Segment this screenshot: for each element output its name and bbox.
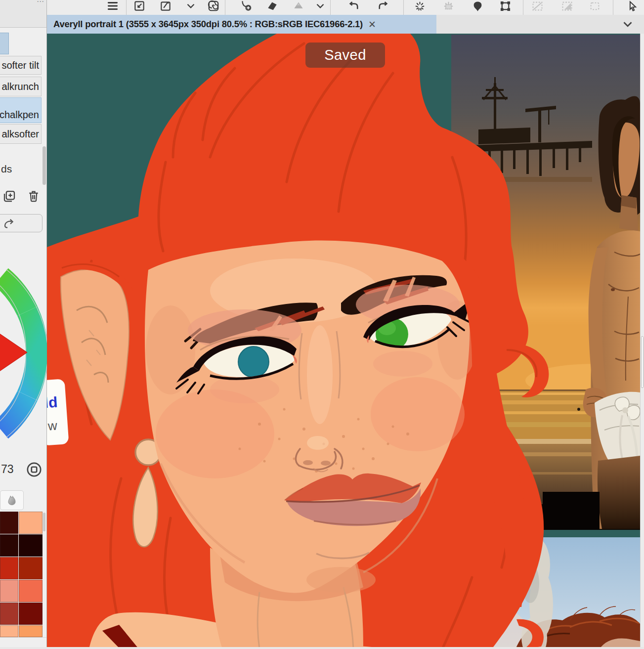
brush-item-softer-tilt[interactable]: softer tilt <box>0 56 42 75</box>
duplicate-brush-icon[interactable] <box>2 189 17 204</box>
palette-swatch[interactable] <box>0 625 18 637</box>
palette-swatch[interactable] <box>0 603 18 625</box>
palette-swatch[interactable] <box>19 512 43 534</box>
brush-list-scrollbar[interactable] <box>43 146 46 185</box>
overflow-dots-icon[interactable]: ⋯ <box>37 0 44 6</box>
fill-icon[interactable] <box>265 0 280 13</box>
brush-item-alkrunch[interactable]: alkrunch <box>0 77 42 96</box>
palette-swatch[interactable] <box>19 557 43 579</box>
document-tab[interactable]: Averyll portrait 1 (3555 x 3645px 350dpi… <box>47 15 436 34</box>
note-text-blue: dd <box>47 393 58 411</box>
lasso-fill-icon[interactable] <box>470 0 485 13</box>
palette-swatch[interactable] <box>19 580 43 602</box>
palette-swatch[interactable] <box>19 534 43 557</box>
spray-icon-disabled[interactable] <box>441 0 456 13</box>
chevron-down-icon[interactable] <box>183 0 198 13</box>
partial-label: ds <box>1 163 12 175</box>
brush-size-value: 73 <box>1 463 14 476</box>
flame-icon <box>4 493 19 508</box>
redo-icon[interactable] <box>375 0 390 13</box>
mask-icon-disabled[interactable] <box>559 0 574 13</box>
saved-toast: Saved <box>305 43 385 68</box>
chevron-down-icon[interactable] <box>620 17 635 32</box>
canvas-scrollbar[interactable] <box>640 34 644 649</box>
canvas-scrollbar-thumb[interactable] <box>641 336 644 388</box>
note-text-gray: w <box>47 418 58 433</box>
selected-swatch-partial[interactable] <box>0 33 9 54</box>
line-select-icon-disabled[interactable] <box>530 0 545 13</box>
frame-icon[interactable] <box>26 461 43 478</box>
palette-swatch[interactable] <box>0 580 18 602</box>
app-window: Averyll portrait 1 (3555 x 3645px 350dpi… <box>0 0 644 649</box>
palette-swatch[interactable] <box>0 557 18 579</box>
transform-icon[interactable] <box>498 0 513 13</box>
document-tab-title: Averyll portrait 1 (3555 x 3645px 350dpi… <box>53 19 363 30</box>
saved-toast-label: Saved <box>324 47 366 63</box>
brush-item-alksofter[interactable]: alksofter <box>0 124 42 144</box>
palette-swatch[interactable] <box>19 625 43 637</box>
drawing-canvas[interactable]: dd w <box>47 34 640 649</box>
close-tab-icon[interactable]: ✕ <box>368 19 376 30</box>
pen-add-icon[interactable] <box>239 0 254 13</box>
palette-scrollbar[interactable] <box>43 513 45 531</box>
spray-icon[interactable] <box>412 0 427 13</box>
trash-icon[interactable] <box>26 189 41 204</box>
palette-swatch[interactable] <box>0 512 18 534</box>
import-icon[interactable] <box>132 0 147 13</box>
window-bottom-edge <box>0 647 644 649</box>
palette-swatch[interactable] <box>19 603 43 625</box>
palette-swatch[interactable] <box>0 534 18 557</box>
cursor-icon[interactable] <box>625 0 640 13</box>
gradient-icon-disabled[interactable] <box>291 0 306 13</box>
brush-label: alkrunch <box>1 81 39 92</box>
brush-label: softer tilt <box>1 60 39 71</box>
color-wheel[interactable] <box>0 225 47 482</box>
flame-brush-button[interactable] <box>0 490 24 510</box>
brush-label: chalkpen <box>0 109 39 121</box>
left-sidebar: ⋯ softer tilt alkrunch chalkpen alksofte… <box>0 0 47 649</box>
undo-icon[interactable] <box>346 0 361 13</box>
toolbar <box>47 0 644 15</box>
sidebar-top-panel: ⋯ <box>0 0 46 28</box>
marquee-icon-disabled[interactable] <box>587 0 602 13</box>
spiral-icon[interactable] <box>206 0 221 13</box>
menu-icon[interactable] <box>105 0 120 13</box>
brush-label: alksofter <box>1 129 39 140</box>
brush-item-chalkpen-selected[interactable]: chalkpen <box>0 97 42 123</box>
edit-icon[interactable] <box>158 0 173 13</box>
chevron-down-icon[interactable] <box>313 0 328 13</box>
tab-bar: Averyll portrait 1 (3555 x 3645px 350dpi… <box>47 15 644 34</box>
